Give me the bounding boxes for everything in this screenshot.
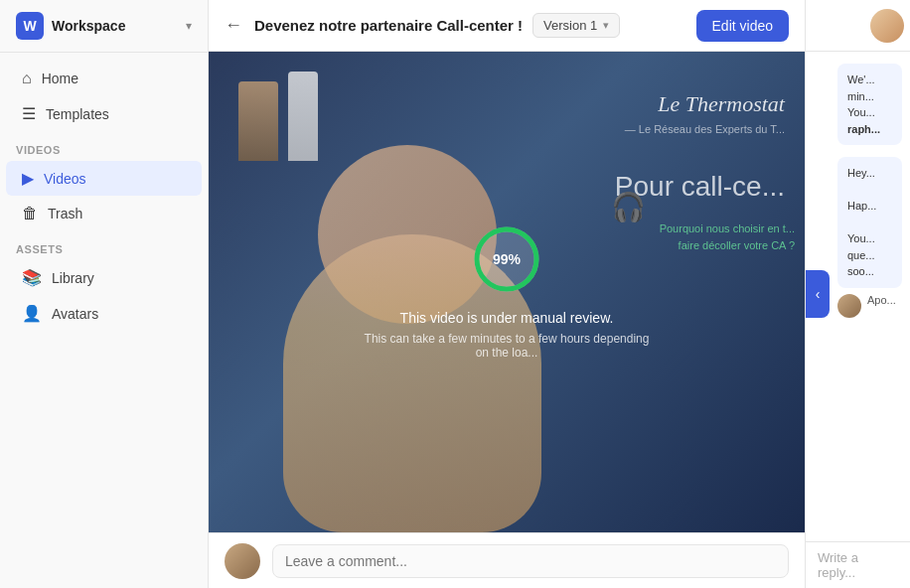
brand-overlay-text: Le Thermostat	[658, 91, 785, 117]
videos-icon: ▶	[22, 169, 34, 188]
apo-avatar	[837, 294, 861, 318]
sidebar-item-trash[interactable]: 🗑 Trash	[6, 197, 202, 230]
sidebar-item-home[interactable]: ⌂ Home	[6, 62, 202, 95]
workspace-logo: W	[16, 12, 44, 40]
chevron-down-icon: ▾	[186, 19, 192, 33]
comment-input[interactable]	[272, 544, 789, 578]
sidebar-item-library-label: Library	[52, 270, 94, 286]
chat-message-2: Hey...Hap...You...que...soo...	[837, 157, 902, 288]
commenter-avatar	[225, 543, 260, 579]
chat-user-row: Apo...	[837, 294, 902, 318]
panel-header	[806, 0, 910, 52]
brand-sub-overlay: — Le Réseau des Experts du T...	[625, 123, 785, 135]
progress-circle: 99%	[472, 224, 541, 294]
back-button[interactable]: ←	[225, 15, 242, 36]
workspace-name: Workspace	[52, 18, 186, 34]
sidebar-item-templates[interactable]: ☰ Templates	[6, 96, 202, 131]
sidebar: W Workspace ▾ ⌂ Home ☰ Templates Videos …	[0, 0, 209, 588]
right-panel: ‹ We'...min...You...raph... Hey...Hap...…	[805, 0, 910, 588]
progress-percent-label: 99%	[493, 251, 521, 267]
videos-section-label: Videos	[0, 132, 208, 160]
sidebar-item-trash-label: Trash	[48, 206, 82, 221]
version-label: Version 1	[543, 18, 597, 33]
sidebar-navigation: ⌂ Home ☰ Templates Videos ▶ Videos 🗑 Tra…	[0, 53, 208, 340]
templates-icon: ☰	[22, 104, 36, 123]
sidebar-item-videos-label: Videos	[44, 171, 86, 187]
library-icon: 📚	[22, 268, 42, 287]
review-text: This video is under manual review.	[400, 310, 614, 326]
sidebar-item-avatars-label: Avatars	[52, 306, 98, 322]
panel-toggle-button[interactable]: ‹	[806, 270, 830, 318]
panel-user-avatar	[870, 9, 904, 43]
sidebar-item-templates-label: Templates	[46, 106, 109, 122]
workspace-header[interactable]: W Workspace ▾	[0, 0, 208, 53]
pourquoi-overlay: Pourquoi nous choisir en t...faire décol…	[660, 220, 795, 253]
edit-video-button[interactable]: Edit video	[696, 10, 789, 42]
comment-bar	[209, 532, 805, 588]
trash-icon: 🗑	[22, 205, 38, 222]
write-reply-input[interactable]: Write a reply...	[806, 541, 910, 588]
video-title: Devenez notre partenaire Call-center !	[254, 17, 523, 34]
sidebar-item-home-label: Home	[42, 71, 78, 86]
chat-message-2-container: Hey...Hap...You...que...soo... Apo...	[837, 157, 902, 318]
headset-icon: 🎧	[611, 191, 646, 223]
avatars-icon: 👤	[22, 304, 42, 323]
review-subtext: This can take a few minutes to a few hou…	[358, 332, 656, 360]
panel-chat-content: We'...min...You...raph... Hey...Hap...Yo…	[830, 52, 910, 541]
sidebar-item-library[interactable]: 📚 Library	[6, 260, 202, 295]
home-icon: ⌂	[22, 70, 32, 87]
topbar: ← Devenez notre partenaire Call-center !…	[209, 0, 805, 52]
progress-overlay: 99% This video is under manual review. T…	[358, 224, 656, 360]
sidebar-item-videos[interactable]: ▶ Videos	[6, 161, 202, 196]
video-container: Le Thermostat — Le Réseau des Experts du…	[209, 52, 805, 532]
version-chevron-icon: ▾	[603, 19, 609, 32]
version-selector[interactable]: Version 1 ▾	[532, 13, 620, 38]
assets-section-label: Assets	[0, 231, 208, 259]
chat-message-1: We'...min...You...raph...	[837, 64, 902, 145]
sidebar-item-avatars[interactable]: 👤 Avatars	[6, 296, 202, 331]
main-content: ← Devenez notre partenaire Call-center !…	[209, 0, 805, 588]
apo-name: Apo...	[867, 294, 896, 306]
